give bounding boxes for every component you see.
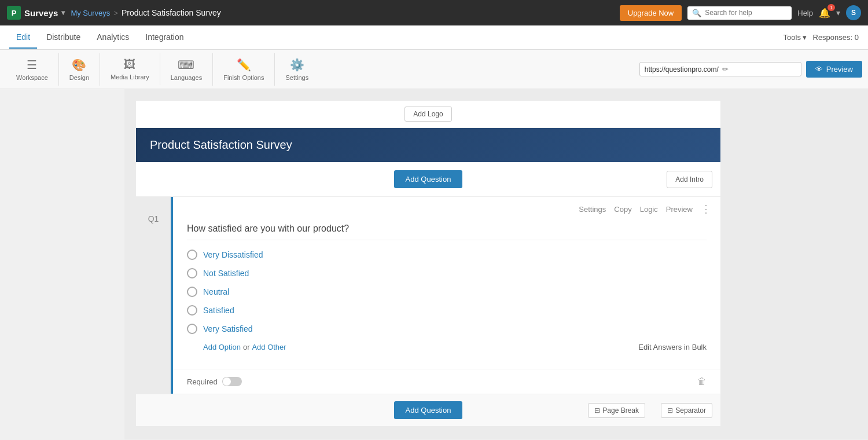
second-nav: Edit Distribute Analytics Integration To… [0,25,868,50]
separator-icon: ⊟ [667,406,673,415]
question-card: Settings Copy Logic Preview ⋮ How satisf… [171,197,720,394]
search-box: 🔍 [687,6,792,20]
survey-area: Add Logo Product Satisfaction Survey Add… [124,89,732,439]
design-tool[interactable]: 🎨 Design [59,53,100,86]
more-options-icon[interactable]: ⋮ [701,203,711,215]
question-text: How satisfied are you with our product? [187,223,707,240]
distribute-tab[interactable]: Distribute [39,27,87,49]
radio-4[interactable] [187,305,197,316]
page-break-button[interactable]: ⊟ Page Break [588,403,645,418]
page-break-icon: ⊟ [594,406,600,415]
option-row-4: Satisfied [187,305,707,316]
radio-1[interactable] [187,250,197,260]
settings-tool[interactable]: ⚙️ Settings [275,53,319,86]
edit-url-icon[interactable]: ✏ [722,65,796,74]
design-label: Design [69,74,89,81]
notifications[interactable]: 🔔 1 [819,8,830,19]
chevron-down-icon[interactable]: ▾ [836,8,840,17]
or-text: or [243,343,250,351]
settings-label: Settings [285,74,308,81]
copy-action[interactable]: Copy [614,205,631,214]
question-container: Settings Copy Logic Preview ⋮ How satisf… [171,197,720,394]
option-label-2: Not Satisfied [203,269,249,278]
preview-button[interactable]: 👁 Preview [806,61,862,78]
option-label-1: Very Dissatisfied [203,250,263,259]
option-row-3: Neutral [187,287,707,297]
integration-tab[interactable]: Integration [138,27,190,49]
edit-tab[interactable]: Edit [9,27,37,49]
radio-2[interactable] [187,268,197,278]
finish-options-icon: ✏️ [237,58,251,72]
settings-action[interactable]: Settings [579,205,606,214]
tools-dropdown[interactable]: Tools ▾ [784,33,807,42]
logic-action[interactable]: Logic [640,205,658,214]
required-row: Required [187,377,242,386]
separator-button[interactable]: ⊟ Separator [661,403,712,418]
add-question-top-bar: Add Question Add Intro [136,162,720,197]
current-survey-title: Product Satisfaction Survey [122,8,221,17]
workspace-tool[interactable]: ☰ Workspace [6,53,59,86]
notification-badge: 1 [827,4,835,11]
option-row-2: Not Satisfied [187,268,707,278]
question-actions: Settings Copy Logic Preview ⋮ [173,197,720,218]
design-icon: 🎨 [72,58,86,72]
eye-icon: 👁 [815,65,823,74]
required-label: Required [187,377,218,386]
required-toggle[interactable] [222,377,242,386]
option-label-5: Very Satisfied [203,324,253,333]
settings-icon: ⚙️ [290,58,304,72]
sidebar-left [0,89,124,439]
my-surveys-link[interactable]: My Surveys [71,9,110,17]
responses-count: Responses: 0 [813,33,859,42]
survey-title: Product Satisfaction Survey [150,138,292,151]
radio-5[interactable] [187,324,197,334]
app-logo[interactable]: P Surveys ▾ [7,6,65,20]
add-question-bottom-button[interactable]: Add Question [394,401,463,419]
top-nav: P Surveys ▾ My Surveys > Product Satisfa… [0,0,868,25]
add-question-top-button[interactable]: Add Question [394,170,463,188]
user-avatar[interactable]: S [846,5,861,20]
add-logo-bar: Add Logo [136,101,720,128]
second-nav-right: Tools ▾ Responses: 0 [784,33,859,42]
add-options-left: Add Option or Add Other [203,342,286,351]
preview-label: Preview [826,65,853,74]
dropdown-arrow-icon[interactable]: ▾ [61,9,65,17]
media-label: Media Library [111,74,149,80]
search-icon: 🔍 [692,9,701,17]
q1-number: Q1 [148,214,159,223]
option-row-5: Very Satisfied [187,324,707,334]
radio-3[interactable] [187,287,197,297]
delete-question-icon[interactable]: 🗑 [697,376,707,387]
search-input[interactable] [705,9,786,17]
edit-bulk-button[interactable]: Edit Answers in Bulk [638,343,707,351]
toolbar-right: https://questionpro.com/t/AOhoVZ ✏ 👁 Pre… [639,61,862,78]
add-logo-button[interactable]: Add Logo [404,107,451,122]
analytics-tab[interactable]: Analytics [90,27,136,49]
separator-label: Separator [675,406,706,415]
bottom-add-bar: Add Question ⊟ Page Break ⊟ Separator [136,394,720,426]
option-label-3: Neutral [203,287,229,296]
breadcrumb-separator: > [113,9,118,17]
p-icon: P [7,6,21,20]
breadcrumb: My Surveys > Product Satisfaction Survey [71,8,220,17]
option-label-4: Satisfied [203,306,234,315]
question-body: How satisfied are you with our product? … [173,218,720,363]
languages-label: Languages [171,74,202,81]
languages-tool[interactable]: ⌨ Languages [160,53,213,86]
add-option-link[interactable]: Add Option [203,343,241,351]
languages-icon: ⌨ [178,58,194,72]
add-intro-button[interactable]: Add Intro [667,171,712,188]
preview-action[interactable]: Preview [666,205,693,214]
add-other-link[interactable]: Add Other [252,343,286,351]
media-library-tool[interactable]: 🖼 Media Library [100,53,160,85]
finish-options-label: Finish Options [223,74,264,81]
app-name: Surveys [24,8,58,18]
media-icon: 🖼 [124,58,135,71]
question-footer: Required 🗑 [173,369,720,394]
finish-options-tool[interactable]: ✏️ Finish Options [213,53,275,86]
help-link[interactable]: Help [797,9,813,17]
survey-url-box: https://questionpro.com/t/AOhoVZ ✏ [639,62,801,76]
upgrade-button[interactable]: Upgrade Now [620,5,682,21]
main-content: Add Logo Product Satisfaction Survey Add… [0,89,868,439]
add-options-row: Add Option or Add Other Edit Answers in … [187,342,707,351]
